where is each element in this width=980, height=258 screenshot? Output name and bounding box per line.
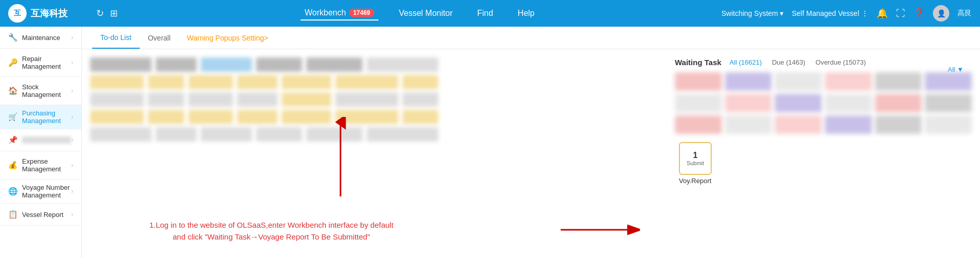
task-cell [925, 115, 972, 134]
submit-count: 1 [693, 151, 698, 160]
task-cell [725, 115, 772, 134]
sidebar-label-repair: Repair Management [22, 55, 71, 70]
task-tab-all[interactable]: All (16621) [728, 57, 764, 67]
annotation-text: 1.Log in to the website of OLSaaS,enter … [97, 220, 445, 243]
expense-icon: 💰 [8, 161, 18, 170]
chevron-right-icon-8: › [71, 211, 73, 218]
task-cell [675, 94, 722, 112]
maintenance-icon: 🔧 [8, 33, 18, 42]
nav-help[interactable]: Help [514, 7, 539, 20]
task-grid [675, 72, 972, 134]
tab-bar: To-do List Overall Warning Popups Settin… [82, 27, 980, 49]
content-body: 1.Log in to the website of OLSaaS,enter … [82, 49, 980, 258]
sidebar-label-purchasing-2: Management [22, 117, 71, 125]
logo-icon: 互 [8, 4, 27, 23]
chevron-right-icon-7: › [71, 188, 73, 195]
chevron-right-icon-2: › [71, 59, 73, 66]
bell-icon[interactable]: 🔔 [877, 8, 888, 19]
chevron-right-icon-6: › [71, 162, 73, 169]
tab-todo-list[interactable]: To-do List [92, 27, 140, 49]
workbench-badge: 17469 [349, 9, 374, 17]
submit-label: Submit [687, 160, 704, 166]
sidebar-label-voyage-2: Management [22, 191, 71, 199]
sidebar-item-unknown[interactable]: 📌 › [0, 129, 81, 151]
sidebar: 🔧 Maintenance › 🔑 Repair Management › 🏠 … [0, 27, 82, 258]
pin-icon: 📌 [8, 135, 18, 145]
top-navigation: 互 互海科技 ↻ ⊞ Workbench 17469 Vessel Monito… [0, 0, 980, 27]
task-cell [825, 72, 872, 91]
sidebar-label-maintenance: Maintenance [22, 34, 71, 42]
nav-center: Workbench 17469 Vessel Monitor Find Help [118, 6, 721, 21]
sidebar-label-voyage-1: Voyage Number [22, 184, 71, 191]
sidebar-item-purchasing[interactable]: 🛒 Purchasing Management › [0, 105, 81, 129]
company-name: 互海科技 [31, 7, 68, 19]
sidebar-label-purchasing-1: Purchasing [22, 109, 71, 117]
task-tab-due[interactable]: Due (1463) [770, 57, 807, 67]
sidebar-item-maintenance[interactable]: 🔧 Maintenance › [0, 27, 81, 49]
back-icon[interactable]: ↻ [96, 8, 104, 19]
sidebar-item-voyage[interactable]: 🌐 Voyage Number Management › [0, 180, 81, 204]
task-cell [825, 115, 872, 134]
grid-icon[interactable]: ⊞ [110, 8, 118, 19]
tab-warning-popups[interactable]: Warning Popups Setting> [179, 28, 276, 48]
chevron-right-icon-5: › [71, 136, 73, 144]
waiting-task-title: Waiting Task [675, 58, 721, 67]
waiting-task-panel: Waiting Task All (16621) Due (1463) Over… [675, 57, 972, 185]
sidebar-item-stock[interactable]: 🏠 Stock Management › [0, 77, 81, 105]
up-arrow-svg [333, 117, 348, 199]
stock-icon: 🏠 [8, 86, 18, 95]
submit-voyage-report-btn[interactable]: 1 Submit [679, 142, 712, 175]
task-cell [875, 115, 922, 134]
repair-icon: 🔑 [8, 58, 18, 67]
nav-quick-icons: ↻ ⊞ [96, 8, 118, 19]
self-managed-vessel-btn[interactable]: Self Managed Vessel ⋮ [792, 9, 868, 17]
blurred-data-section [90, 57, 438, 142]
task-cell [875, 72, 922, 91]
content-area: To-do List Overall Warning Popups Settin… [82, 27, 980, 258]
help-circle-icon[interactable]: ❓ [913, 8, 925, 19]
sidebar-label-stock: Stock Management [22, 83, 71, 98]
right-arrow-svg [558, 222, 640, 237]
tab-overall[interactable]: Overall [140, 28, 179, 48]
chevron-right-icon: › [71, 34, 73, 41]
task-cell [675, 72, 722, 91]
logo-area: 互 互海科技 [8, 4, 90, 23]
nav-workbench[interactable]: Workbench 17469 [301, 6, 378, 21]
chevron-right-icon-4: › [71, 113, 73, 121]
task-cell [775, 72, 822, 91]
nav-right: Switching System ▾ Self Managed Vessel ⋮… [721, 5, 972, 22]
sidebar-item-expense[interactable]: 💰 Expense Management › [0, 151, 81, 180]
nav-find[interactable]: Find [473, 7, 497, 20]
purchasing-icon: 🛒 [8, 112, 18, 122]
task-cell [725, 94, 772, 112]
voyage-icon: 🌐 [8, 187, 18, 196]
task-cell [775, 94, 822, 112]
avatar[interactable]: 👤 [933, 5, 949, 22]
voy-report-label: Voy.Report [679, 177, 711, 185]
sidebar-label-expense: Expense Management [22, 157, 71, 173]
vessel-report-icon: 📋 [8, 210, 18, 219]
annotation-area: 1.Log in to the website of OLSaaS,enter … [97, 220, 445, 243]
sidebar-item-repair[interactable]: 🔑 Repair Management › [0, 49, 81, 77]
fullscreen-icon[interactable]: ⛶ [896, 8, 905, 19]
nav-vessel-monitor[interactable]: Vessel Monitor [395, 7, 457, 20]
task-cell [925, 94, 972, 112]
workbench-label: Workbench [305, 8, 346, 17]
task-tab-overdue[interactable]: Overdue (15073) [814, 57, 868, 67]
task-cell [825, 94, 872, 112]
username-label: 高艮 [957, 9, 972, 18]
task-cell [875, 94, 922, 112]
task-cell [925, 72, 972, 91]
switching-system-btn[interactable]: Switching System ▾ [721, 9, 783, 17]
task-cell [675, 115, 722, 134]
sidebar-label-vessel-report: Vessel Report [22, 211, 71, 219]
chevron-right-icon-3: › [71, 87, 73, 94]
sidebar-label-blurred [22, 136, 71, 144]
task-cell [725, 72, 772, 91]
task-cell [775, 115, 822, 134]
main-layout: 🔧 Maintenance › 🔑 Repair Management › 🏠 … [0, 27, 980, 258]
waiting-task-header: Waiting Task All (16621) Due (1463) Over… [675, 57, 972, 67]
sidebar-item-vessel-report[interactable]: 📋 Vessel Report › [0, 204, 81, 226]
